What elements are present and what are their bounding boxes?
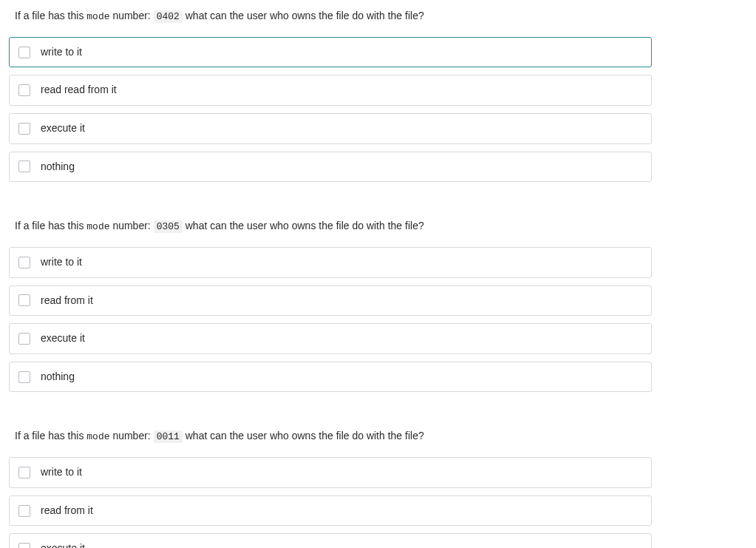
question-prompt: If a file has this mode number: 0402 wha… bbox=[9, 7, 747, 37]
question-block: If a file has this mode number: 0402 wha… bbox=[9, 7, 747, 182]
answer-option[interactable]: execute it bbox=[9, 323, 652, 354]
question-prompt: If a file has this mode number: 0011 wha… bbox=[9, 427, 747, 457]
prompt-text: number: bbox=[110, 220, 154, 231]
question-block: If a file has this mode number: 0305 wha… bbox=[9, 217, 747, 392]
mode-number: 0011 bbox=[154, 430, 183, 443]
answer-option[interactable]: read from it bbox=[9, 285, 652, 317]
answer-label: execute it bbox=[41, 331, 85, 346]
answer-label: read read from it bbox=[41, 83, 117, 98]
checkbox-icon[interactable] bbox=[18, 543, 30, 548]
answer-option[interactable]: read from it bbox=[9, 495, 652, 527]
answer-option[interactable]: write to it bbox=[9, 247, 652, 278]
checkbox-icon[interactable] bbox=[18, 294, 30, 306]
prompt-text: number: bbox=[110, 430, 154, 442]
answer-label: nothing bbox=[41, 370, 75, 385]
mode-number: 0402 bbox=[154, 10, 183, 23]
answer-option[interactable]: nothing bbox=[9, 152, 652, 183]
checkbox-icon[interactable] bbox=[18, 257, 30, 268]
answer-option[interactable]: write to it bbox=[9, 457, 652, 488]
answer-label: read from it bbox=[41, 504, 93, 518]
checkbox-icon[interactable] bbox=[18, 505, 30, 517]
mode-number: 0305 bbox=[154, 220, 183, 233]
checkbox-icon[interactable] bbox=[18, 84, 30, 96]
checkbox-icon[interactable] bbox=[18, 371, 30, 383]
answer-label: write to it bbox=[41, 465, 82, 480]
checkbox-icon[interactable] bbox=[18, 467, 30, 478]
answer-option[interactable]: read read from it bbox=[9, 75, 652, 106]
answer-label: nothing bbox=[41, 160, 75, 175]
question-prompt: If a file has this mode number: 0305 wha… bbox=[9, 217, 747, 247]
prompt-text: number: bbox=[110, 10, 154, 21]
answer-label: read from it bbox=[41, 294, 93, 308]
prompt-text: If a file has this bbox=[15, 430, 86, 442]
checkbox-icon[interactable] bbox=[18, 47, 30, 58]
prompt-text: If a file has this bbox=[15, 220, 86, 231]
answer-option[interactable]: write to it bbox=[9, 37, 652, 68]
checkbox-icon[interactable] bbox=[18, 160, 30, 172]
mono-word: mode bbox=[86, 221, 109, 232]
mono-word: mode bbox=[86, 431, 109, 442]
prompt-text: what can the user who owns the file do w… bbox=[183, 430, 424, 442]
answer-option[interactable]: execute it bbox=[9, 533, 652, 548]
answer-label: write to it bbox=[41, 45, 82, 60]
answer-option[interactable]: nothing bbox=[9, 362, 652, 393]
prompt-text: what can the user who owns the file do w… bbox=[183, 10, 424, 21]
answer-label: execute it bbox=[41, 121, 85, 136]
checkbox-icon[interactable] bbox=[18, 123, 30, 135]
checkbox-icon[interactable] bbox=[18, 333, 30, 345]
answer-label: execute it bbox=[41, 541, 85, 548]
prompt-text: If a file has this bbox=[15, 10, 86, 21]
mono-word: mode bbox=[86, 11, 109, 22]
answer-option[interactable]: execute it bbox=[9, 113, 652, 144]
question-block: If a file has this mode number: 0011 wha… bbox=[9, 427, 747, 548]
prompt-text: what can the user who owns the file do w… bbox=[183, 220, 424, 231]
answer-label: write to it bbox=[41, 255, 82, 270]
